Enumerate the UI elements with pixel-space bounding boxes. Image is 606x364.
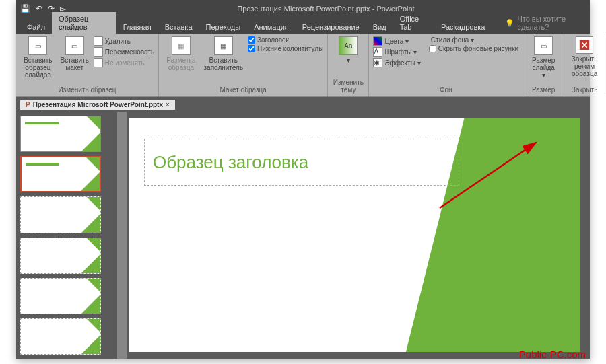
close-tab-icon[interactable]: ×: [166, 101, 170, 108]
close-master-view-button[interactable]: Закрыть режим образца: [568, 35, 601, 79]
document-tab-bar: P Презентация Microsoft PowerPoint.pptx …: [16, 97, 590, 112]
tab-slide-master[interactable]: Образец слайдов: [52, 12, 116, 34]
fonts-button[interactable]: AШрифты ▾: [373, 47, 420, 57]
group-label-layout: Макет образца: [163, 86, 323, 95]
document-tab-label: Презентация Microsoft PowerPoint.pptx: [33, 101, 163, 108]
group-background: Цвета ▾ AШрифты ▾ ◉Эффекты ▾ Стили фона …: [369, 34, 523, 96]
master-thumbnail[interactable]: [20, 116, 101, 152]
delete-icon: [94, 36, 103, 46]
tell-me-placeholder: Что вы хотите сделать?: [517, 15, 584, 31]
group-label-edit-master: Изменить образец: [20, 86, 154, 95]
title-checkbox-input[interactable]: [248, 36, 255, 44]
lightbulb-icon: 💡: [505, 19, 514, 28]
close-icon: [576, 36, 593, 54]
workspace: Образец заголовка: [16, 112, 590, 359]
layout-icon: ▭: [65, 36, 84, 55]
group-label-bg: Фон: [373, 86, 518, 95]
thumbnail-panel[interactable]: [16, 112, 117, 359]
insert-slide-master-button[interactable]: ▭ Вставить образец слайдов: [20, 35, 56, 80]
effects-button[interactable]: ◉Эффекты ▾: [373, 58, 420, 67]
insert-layout-button[interactable]: ▭ Вставить макет: [59, 35, 91, 73]
group-size: ▭ Размер слайда ▾ Размер: [523, 34, 564, 96]
tab-file[interactable]: Файл: [20, 20, 52, 34]
layout-thumbnail-5[interactable]: [20, 318, 101, 355]
tab-review[interactable]: Рецензирование: [296, 20, 366, 34]
title-checkbox[interactable]: Заголовок: [248, 36, 323, 44]
colors-icon: [373, 36, 382, 46]
ribbon: ▭ Вставить образец слайдов ▭ Вставить ма…: [16, 34, 590, 97]
watermark: Public-PC.com: [519, 349, 586, 360]
master-layout-icon: ▦: [172, 36, 191, 55]
group-close: Закрыть режим образца Закрыть: [564, 34, 605, 96]
placeholder-icon: ▦: [214, 36, 233, 55]
tab-view[interactable]: Вид: [366, 20, 393, 34]
ribbon-tabs: Файл Образец слайдов Главная Вставка Пер…: [16, 17, 590, 34]
preserve-icon: [94, 58, 103, 67]
preserve-button[interactable]: Не изменять: [94, 58, 154, 67]
tab-animations[interactable]: Анимация: [247, 20, 296, 34]
slide-size-dropdown-icon: ▾: [542, 71, 545, 79]
master-layout-label: Разметка образца: [166, 57, 197, 71]
layout-thumbnail-3[interactable]: [20, 238, 101, 274]
themes-dropdown-icon: ▾: [347, 57, 350, 64]
document-tab[interactable]: P Презентация Microsoft PowerPoint.pptx …: [20, 100, 175, 110]
group-edit-master: ▭ Вставить образец слайдов ▭ Вставить ма…: [16, 34, 159, 96]
tab-storyboarding[interactable]: Раскадровка: [434, 20, 492, 34]
rename-button[interactable]: Переименовать: [94, 47, 154, 57]
close-master-label: Закрыть режим образца: [571, 55, 598, 77]
app-window: 💾 ↶ ↷ ▻ Презентация Microsoft PowerPoint…: [16, 0, 590, 359]
bg-styles-button[interactable]: Стили фона ▾: [429, 36, 518, 44]
title-placeholder[interactable]: Образец заголовка: [144, 139, 459, 186]
footers-checkbox-input[interactable]: [248, 45, 255, 52]
tab-insert[interactable]: Вставка: [158, 20, 199, 34]
slide-master-icon: ▭: [28, 36, 47, 55]
fonts-icon: A: [373, 47, 382, 57]
save-icon[interactable]: 💾: [20, 4, 30, 13]
colors-button[interactable]: Цвета ▾: [373, 36, 420, 46]
group-label-theme: Изменить тему: [332, 79, 364, 95]
layout-thumbnail-4[interactable]: [20, 278, 101, 314]
hide-bg-checkbox[interactable]: Скрыть фоновые рисунки: [429, 45, 518, 52]
insert-layout-label: Вставить макет: [61, 57, 89, 71]
footers-checkbox[interactable]: Нижние колонтитулы: [248, 45, 323, 52]
thumbnail-scrollbar[interactable]: [117, 112, 127, 359]
insert-placeholder-label: Вставить заполнитель: [204, 57, 244, 71]
delete-button[interactable]: Удалить: [94, 36, 154, 46]
title-text: Образец заголовка: [153, 152, 308, 173]
group-label-size: Размер: [527, 86, 560, 95]
layout-thumbnail-2[interactable]: [20, 196, 101, 233]
hide-bg-checkbox-input[interactable]: [429, 45, 436, 52]
master-layout-button: ▦ Разметка образца: [163, 35, 199, 73]
slide-size-label: Размер слайда: [530, 57, 557, 71]
rename-icon: [94, 47, 103, 57]
slide-canvas-area: Образец заголовка: [127, 112, 590, 359]
tab-home[interactable]: Главная: [116, 20, 158, 34]
undo-icon[interactable]: ↶: [36, 4, 42, 13]
slide[interactable]: Образец заголовка: [129, 118, 580, 352]
group-master-layout: ▦ Разметка образца ▦ Вставить заполнител…: [159, 34, 328, 96]
effects-icon: ◉: [373, 58, 382, 67]
themes-icon: Aa: [339, 36, 358, 55]
themes-button[interactable]: Aa ▾: [332, 35, 364, 65]
group-label-close: Закрыть: [568, 86, 601, 95]
insert-slide-master-label: Вставить образец слайдов: [23, 57, 53, 79]
insert-placeholder-button[interactable]: ▦ Вставить заполнитель: [202, 35, 245, 73]
tell-me-search[interactable]: 💡 Что вы хотите сделать?: [500, 12, 590, 34]
layout-thumbnail-1[interactable]: [20, 156, 101, 192]
tab-office-tab[interactable]: Office Tab: [393, 12, 434, 34]
powerpoint-icon: P: [26, 101, 30, 108]
slide-size-icon: ▭: [534, 36, 553, 55]
group-edit-theme: Aa ▾ Изменить тему: [328, 34, 369, 96]
slide-size-button[interactable]: ▭ Размер слайда ▾: [527, 35, 560, 80]
tab-transitions[interactable]: Переходы: [199, 20, 248, 34]
